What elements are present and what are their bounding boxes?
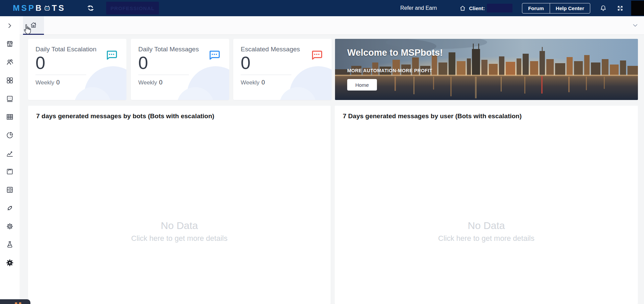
help-center-button[interactable]: Help Center [550, 3, 590, 13]
home-icon [29, 21, 38, 29]
no-data-block[interactable]: No Data Click here to get more details [28, 220, 331, 243]
weekly-label: Weekly [241, 79, 259, 86]
no-data-label: No Data [28, 220, 331, 231]
store-icon [6, 40, 14, 48]
sidebar-item-integrations[interactable] [5, 204, 14, 212]
divider [138, 75, 189, 75]
chevron-down-icon[interactable] [632, 22, 639, 29]
weekly-label: Weekly [35, 79, 54, 86]
nav-button-group: Forum Help Center [522, 3, 590, 14]
grid-icon [6, 76, 14, 84]
panel-messages-by-user: 7 Days generated messages by user (Bots … [335, 106, 638, 304]
people-icon [6, 58, 14, 66]
no-data-label: No Data [335, 220, 638, 231]
client-selector[interactable]: Client: [459, 4, 512, 12]
top-navbar: MSP B TS PROFESSIONAL Refer and Earn Cli… [0, 0, 644, 16]
sidebar-item-boards[interactable] [5, 168, 14, 176]
plug-icon [6, 204, 14, 212]
weekly-value: 0 [159, 79, 162, 86]
welcome-banner: Welcome to MSPbots! MORE AUTOMATION-MORE… [335, 39, 638, 100]
tab-strip [20, 16, 644, 35]
chat-bubble-icon [208, 48, 221, 62]
stat-card-daily-total-escalation: Daily Total Escalation 0 Weekly0 [28, 39, 126, 100]
divider [35, 75, 86, 75]
no-data-block[interactable]: No Data Click here to get more details [335, 220, 638, 243]
panel-title: 7 days generated messages by bots (Bots … [28, 106, 331, 120]
sidebar-item-bots[interactable] [5, 95, 14, 103]
sidebar-item-marketplace[interactable] [5, 40, 14, 48]
weekly-value: 0 [56, 79, 59, 86]
sidebar-item-analytics[interactable] [5, 149, 14, 157]
notification-bell-icon[interactable] [599, 4, 607, 12]
sidebar-item-settings[interactable] [5, 222, 14, 230]
sidebar-item-labs[interactable] [5, 240, 14, 249]
sidebar-item-reports[interactable] [5, 131, 14, 139]
gear-icon [6, 222, 14, 230]
no-data-hint[interactable]: Click here to get more details [335, 234, 638, 243]
stat-card-daily-total-messages: Daily Total Messages 0 Weekly0 [131, 39, 229, 100]
robot-icon [6, 95, 14, 103]
sidebar-item-teams[interactable] [5, 58, 14, 66]
tooltip-dot [15, 302, 17, 304]
list-icon [6, 186, 14, 194]
logo-bots-text-b: B [35, 3, 43, 13]
weekly-label: Weekly [138, 79, 157, 86]
table-icon [6, 113, 14, 121]
panel-title: 7 Days generated messages by user (Bots … [335, 106, 638, 120]
refresh-icon[interactable] [87, 4, 95, 12]
tooltip-partial [0, 299, 30, 304]
avatar[interactable] [631, 1, 644, 16]
mspbots-logo[interactable]: MSP B TS [13, 3, 66, 13]
sidebar-collapse-toggle[interactable] [5, 22, 14, 30]
banner-subtitle: MORE AUTOMATION-MORE PROFIT [347, 68, 638, 73]
sidebar-item-apps[interactable] [5, 76, 14, 84]
card-weekly: Weekly0 [138, 79, 229, 86]
banner-title: Welcome to MSPbots! [347, 48, 638, 58]
chat-bubble-icon [310, 48, 324, 62]
plan-badge-label: PROFESSIONAL [111, 5, 154, 11]
kanban-icon [6, 168, 14, 176]
divider [241, 75, 291, 75]
stat-card-escalated-messages: Escalated Messages 0 Weekly0 [233, 39, 332, 100]
card-weekly: Weekly0 [241, 79, 332, 86]
pie-chart-icon [6, 131, 14, 139]
client-label: Client: [469, 5, 485, 11]
left-sidebar [0, 16, 20, 304]
weekly-value: 0 [261, 79, 265, 86]
chevron-right-icon [7, 23, 13, 29]
forum-button[interactable]: Forum [522, 3, 550, 13]
tooltip-dot [19, 302, 21, 304]
gear-filled-icon [6, 259, 14, 267]
house-icon [459, 5, 466, 12]
tab-home[interactable] [23, 16, 44, 35]
logo-msp-text: MSP [13, 3, 35, 13]
client-value-redacted [487, 4, 512, 12]
refer-and-earn-link[interactable]: Refer and Earn [400, 5, 437, 11]
plan-badge: PROFESSIONAL [106, 2, 159, 15]
logo-bots-text-ts: TS [52, 3, 66, 13]
sidebar-item-admin-settings[interactable] [5, 259, 14, 267]
flask-icon [6, 240, 14, 249]
no-data-hint[interactable]: Click here to get more details [28, 234, 331, 243]
fullscreen-icon[interactable] [617, 5, 624, 12]
chat-bubble-icon [105, 48, 118, 62]
home-button[interactable]: Home [347, 79, 377, 91]
robot-head-icon [43, 4, 51, 12]
sidebar-item-datasets[interactable] [5, 113, 14, 121]
card-weekly: Weekly0 [35, 79, 126, 86]
main-content: Daily Total Escalation 0 Weekly0 Daily T… [20, 35, 644, 304]
sidebar-item-forms[interactable] [5, 186, 14, 194]
panel-messages-by-bots: 7 days generated messages by bots (Bots … [28, 106, 331, 304]
line-chart-icon [6, 149, 14, 157]
